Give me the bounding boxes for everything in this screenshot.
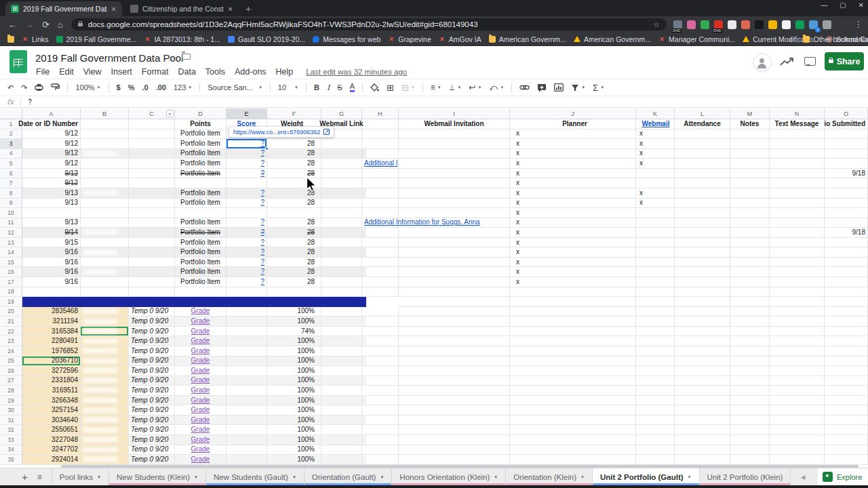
cell-L31[interactable] [675,415,730,426]
cell-D28[interactable]: Grade [175,386,226,396]
cell-C26[interactable]: Temp 0 9/20 [129,366,175,376]
cell-J27[interactable] [510,376,636,386]
cell-H5[interactable]: Additional I [362,159,399,169]
cell-N27[interactable] [770,376,825,386]
cell-J32[interactable] [510,425,636,435]
cell-E4[interactable]: ? [226,149,267,159]
cell-C17[interactable] [129,277,175,287]
cell-J6[interactable]: x [510,169,636,179]
insert-link-icon[interactable] [519,84,530,91]
sheet-tab-menu-icon[interactable]: ▼ [494,475,498,479]
cell-K24[interactable] [636,346,675,357]
cell-M26[interactable] [730,366,770,376]
row-header-8[interactable]: 8 [0,188,22,199]
cell-D15[interactable]: Portfolio Item [175,258,226,268]
cell-I26[interactable] [399,366,510,376]
cell-E5[interactable]: ? [226,159,267,169]
cell-O5[interactable] [825,159,868,169]
bookmark-links[interactable]: ✕Links [22,35,49,43]
cell-J22[interactable] [510,327,636,337]
vertical-align-icon[interactable]: ⊥▼ [449,83,462,92]
decrease-decimal-icon[interactable]: .0 [142,83,148,92]
cell-J34[interactable] [510,445,636,455]
cell-M11[interactable] [730,218,770,228]
cell-K1[interactable]: Webmail [636,119,675,129]
cell-G30[interactable] [321,405,362,415]
cell-A23[interactable]: 2280491 [22,336,81,346]
cell-F25[interactable]: 100% [267,357,321,367]
cell-D34[interactable]: Grade [175,445,226,455]
cell-C19[interactable] [129,297,175,307]
cell-J9[interactable]: x [510,199,636,209]
cell-N1[interactable]: Text Message [770,119,825,129]
cell-F15[interactable]: 28 [267,258,321,268]
cell-C15[interactable] [129,258,175,268]
cell-D30[interactable]: Grade [175,405,226,415]
cell-D17[interactable]: Portfolio Item [175,277,226,287]
text-rotate-icon[interactable]: ⤺▼ [489,83,504,92]
cell-E12[interactable]: ? [226,228,267,238]
cell-I17[interactable] [399,277,510,287]
cell-H18[interactable] [362,287,399,298]
cell-H27[interactable] [362,376,399,386]
cell-E27[interactable] [226,376,267,386]
cell-M17[interactable] [730,277,770,287]
cell-M29[interactable] [730,396,770,406]
cell-G9[interactable] [321,199,362,209]
cell-G34[interactable] [321,445,362,455]
cell-D20[interactable]: Grade [175,307,226,317]
font-size-select[interactable]: 10▼ [278,83,298,92]
cell-B29[interactable] [81,396,129,406]
cell-G14[interactable] [321,247,362,258]
insert-comment-icon[interactable] [537,83,547,92]
cell-N31[interactable] [770,415,825,426]
cell-B12[interactable] [81,228,129,238]
open-link-icon[interactable]: ↗ [323,129,330,135]
cell-A35[interactable]: 2924014 [22,455,81,465]
cell-B5[interactable] [81,159,129,169]
cell-M24[interactable] [730,346,770,357]
cell-F28[interactable]: 100% [267,386,321,396]
cell-O14[interactable] [825,247,868,258]
cell-N33[interactable] [770,435,825,445]
cell-H30[interactable] [362,405,399,415]
cell-G16[interactable] [321,267,362,277]
cell-G27[interactable] [321,376,362,386]
cell-F19[interactable] [267,297,321,307]
cell-O11[interactable] [825,218,868,228]
sheet-tab-orientation-klein[interactable]: Orientation (Klein)▼ [506,468,593,485]
cell-C10[interactable] [129,208,175,218]
cell-G24[interactable] [321,346,362,357]
insert-chart-icon[interactable] [554,83,564,92]
cell-I31[interactable] [399,415,510,426]
cell-J19[interactable] [510,297,636,307]
cell-C23[interactable]: Temp 0 9/20 [129,336,175,346]
italic-icon[interactable]: I [327,83,330,92]
cell-M19[interactable] [730,297,770,307]
cell-C20[interactable]: Temp 0 9/20 [129,307,175,317]
cell-A33[interactable]: 3227048 [22,435,81,445]
cell-A29[interactable]: 3266348 [22,396,81,406]
cell-C21[interactable]: Temp 0 9/20 [129,317,175,327]
cell-D13[interactable]: Portfolio Item [175,238,226,248]
cell-K6[interactable] [636,169,675,179]
row-header-2[interactable]: 2 [0,129,22,140]
bookmark-star-icon[interactable]: ☆ [653,20,660,29]
cell-E8[interactable]: ? [226,188,267,199]
sheet-tab-unit-2-portfolio-gault[interactable]: Unit 2 Portfolio (Gault)▼ [593,468,700,485]
cell-L16[interactable] [675,267,730,277]
cell-G8[interactable] [321,188,362,199]
row-header-6[interactable]: 6 [0,169,22,179]
cell-G5[interactable] [321,159,362,169]
mail-dnd-extension[interactable]: DND [714,20,723,29]
cell-N6[interactable] [770,169,825,179]
cell-M25[interactable] [730,357,770,367]
redo-icon[interactable]: ↷ [21,83,27,92]
cell-M22[interactable] [730,327,770,337]
cell-K34[interactable] [636,445,675,455]
cell-O2[interactable] [825,129,868,140]
grid-extension[interactable] [755,20,764,29]
cell-C2[interactable] [129,129,175,140]
column-header-B[interactable]: B [81,108,129,119]
cell-D6[interactable]: Portfolio Item [175,169,226,179]
